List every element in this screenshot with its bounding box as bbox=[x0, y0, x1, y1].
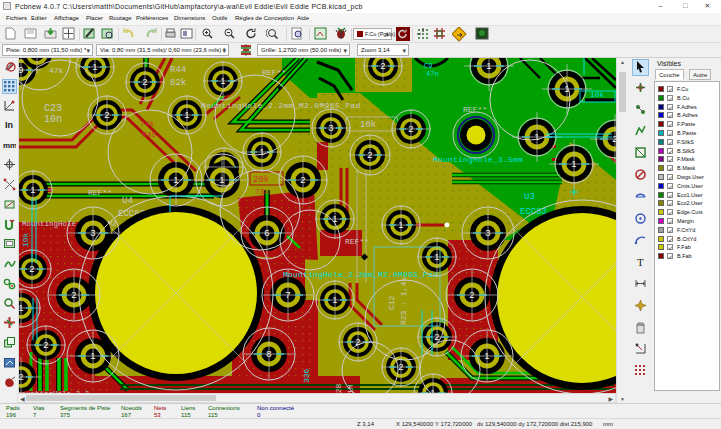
svg-text:MountingHole_3.5mm: MountingHole_3.5mm bbox=[433, 155, 523, 164]
svg-text:1M: 1M bbox=[346, 384, 355, 393]
svg-text:R45: R45 bbox=[142, 130, 157, 139]
svg-text:REF**: REF** bbox=[88, 188, 112, 197]
svg-text:C9: C9 bbox=[424, 62, 432, 70]
svg-text:47k: 47k bbox=[49, 66, 64, 75]
svg-text:MountingHole_2.2mm_M2.0M965_Pa: MountingHole_2.2mm_M2.0M965_Pad bbox=[201, 101, 361, 110]
svg-text:T: T bbox=[637, 256, 644, 268]
svg-text:REF**: REF** bbox=[262, 68, 286, 77]
svg-text:R23 : 1,4k: R23 : 1,4k bbox=[399, 277, 408, 325]
svg-text:mm: mm bbox=[3, 141, 16, 150]
svg-text:MountingHole_2.2mm_M2.0M965_Pa: MountingHole_2.2mm_M2.0M965_Pad bbox=[283, 270, 438, 279]
svg-text:REF**: REF** bbox=[463, 105, 487, 114]
svg-text:20k: 20k bbox=[253, 175, 269, 185]
svg-text:47n: 47n bbox=[426, 70, 439, 78]
svg-text:In: In bbox=[5, 120, 13, 130]
svg-text:82k: 82k bbox=[170, 78, 186, 88]
svg-text:73k: 73k bbox=[255, 187, 270, 196]
svg-text:10n: 10n bbox=[44, 114, 62, 125]
svg-text:C12: C12 bbox=[387, 295, 396, 310]
svg-text:REF**: REF** bbox=[345, 237, 369, 246]
svg-text:R28: R28 bbox=[334, 383, 343, 393]
svg-text:336: 336 bbox=[302, 368, 311, 383]
svg-text:U3: U3 bbox=[524, 192, 535, 202]
svg-text:73k: 73k bbox=[140, 119, 155, 128]
svg-text:10k: 10k bbox=[21, 232, 30, 247]
svg-text:U4: U4 bbox=[122, 196, 133, 206]
svg-text:10k: 10k bbox=[360, 120, 376, 130]
svg-text:R44: R44 bbox=[170, 65, 186, 75]
svg-text:C23: C23 bbox=[44, 103, 62, 114]
